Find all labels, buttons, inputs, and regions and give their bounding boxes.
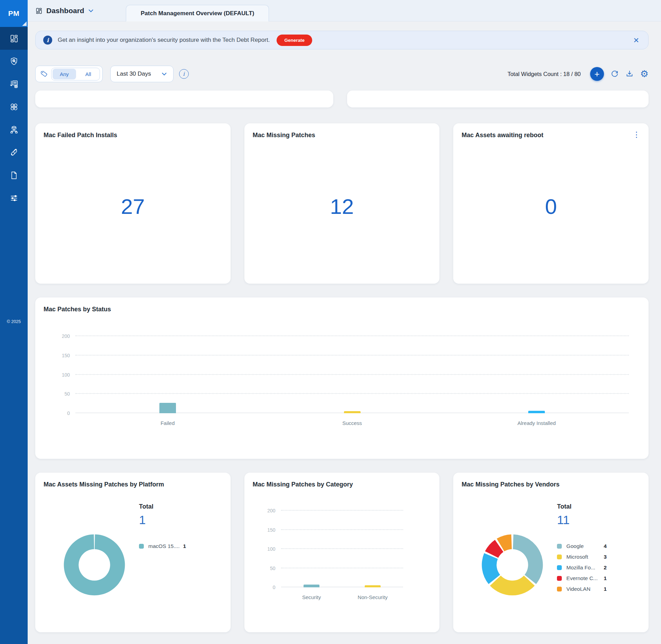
sidebar-item-inventory[interactable] [0, 118, 28, 141]
filter-row: Any All Last 30 Days i Total Widgets Cou… [35, 66, 649, 82]
legend-item[interactable]: VideoLAN 1 [557, 584, 607, 594]
legend-swatch [557, 555, 562, 559]
tab-label: Patch Management Overview (DEFAULT) [141, 10, 254, 17]
download-icon [625, 70, 634, 78]
x-category-label: Already Installed [518, 420, 556, 426]
tag-icon [40, 70, 48, 78]
partial-widgets-row [35, 91, 649, 107]
top-bar: Dashboard Patch Management Overview (DEF… [28, 0, 661, 21]
legend-label: VideoLAN [566, 586, 604, 592]
legend-count: 2 [604, 565, 607, 571]
total-value: 1 [139, 513, 186, 527]
dashboard-icon [9, 34, 19, 43]
widget-mac-patches-by-status: Mac Patches by Status 050100150200Failed… [35, 297, 649, 459]
legend-count: 1 [183, 543, 186, 549]
info-icon[interactable]: i [179, 69, 189, 79]
donut-slice-google[interactable] [513, 534, 543, 584]
partial-widget-card[interactable] [35, 91, 333, 107]
bar-security[interactable] [304, 585, 319, 587]
y-tick-label: 100 [267, 546, 275, 552]
add-widget-button[interactable]: + [590, 67, 604, 81]
match-option-any[interactable]: Any [53, 69, 76, 79]
legend-count: 3 [604, 554, 607, 560]
stat-value: 27 [35, 194, 231, 219]
widget-menu-kebab-icon[interactable]: ⋮ [630, 129, 643, 141]
bar-failed[interactable] [159, 403, 176, 413]
donut-chart-platform[interactable] [62, 532, 127, 598]
legend-label: Google [566, 543, 604, 549]
sidebar-item-reports[interactable] [0, 164, 28, 187]
widget-mac-assets-awaiting-reboot[interactable]: Mac Assets awaiting reboot ⋮ 0 [453, 123, 649, 284]
dashboard-grid-icon [35, 7, 43, 15]
widget-mac-assets-missing-patches-by-platform: Mac Assets Missing Patches by Platform T… [35, 473, 231, 632]
legend-label: Microsoft [566, 554, 604, 560]
info-icon: i [43, 36, 52, 45]
widget-mac-missing-patches[interactable]: Mac Missing Patches 12 [244, 123, 440, 284]
donut-slice-microsoft[interactable] [490, 576, 535, 595]
stat-value: 0 [453, 194, 649, 219]
gridline: 150 [281, 529, 403, 530]
gridline: 200 [281, 510, 403, 511]
widget-mac-missing-patches-by-vendors: Mac Missing Patches by Vendors Total 11 … [453, 473, 649, 632]
sidebar-item-deploy[interactable] [0, 73, 28, 95]
sidebar-item-security-scan[interactable] [0, 50, 28, 73]
download-button[interactable] [625, 70, 634, 78]
stat-cards-row: Mac Failed Patch Installs 27 Mac Missing… [35, 123, 649, 284]
refresh-button[interactable] [611, 70, 619, 78]
y-tick-label: 200 [267, 508, 275, 513]
stat-value: 12 [244, 194, 440, 219]
bar-non-security[interactable] [365, 585, 381, 587]
legend: Google 4 Microsoft 3 Mozilla Fo... 2 [557, 541, 607, 594]
network-inventory-icon [9, 125, 19, 134]
tools-icon [9, 148, 19, 157]
gridline: 200 [75, 335, 629, 336]
app-logo[interactable]: PM [0, 0, 28, 27]
gridline: 150 [75, 355, 629, 356]
sidebar-item-patches[interactable] [0, 95, 28, 118]
generate-button[interactable]: Generate [277, 35, 312, 46]
bar-success[interactable] [344, 411, 361, 413]
close-icon[interactable]: ✕ [633, 37, 639, 44]
x-category-label: Security [302, 594, 321, 600]
widget-mac-failed-patch-installs[interactable]: Mac Failed Patch Installs 27 [35, 123, 231, 284]
sliders-icon [9, 193, 19, 203]
legend-item[interactable]: macOS 15.... 1 [139, 541, 186, 551]
bar-already-installed[interactable] [528, 411, 545, 413]
legend: macOS 15.... 1 [139, 541, 186, 551]
tab-patch-management-overview[interactable]: Patch Management Overview (DEFAULT) [126, 5, 269, 21]
legend-item[interactable]: Mozilla Fo... 2 [557, 562, 607, 573]
sidebar-item-tools[interactable] [0, 141, 28, 164]
settings-button[interactable]: ⚙ [640, 69, 649, 79]
copyright: © 2025 [0, 319, 28, 324]
legend-swatch [557, 587, 562, 591]
document-icon [9, 171, 19, 180]
legend-item[interactable]: Microsoft 3 [557, 551, 607, 562]
donut-slice-macos-15[interactable] [64, 534, 125, 596]
sidebar-item-settings[interactable] [0, 187, 28, 209]
total-label: Total [557, 503, 607, 510]
widget-mac-missing-patches-by-category: Mac Missing Patches by Category 05010015… [244, 473, 440, 632]
legend-item[interactable]: Evernote C... 1 [557, 573, 607, 584]
legend-item[interactable]: Google 4 [557, 541, 607, 551]
content: i Get an insight into your organization'… [28, 31, 661, 632]
match-option-all[interactable]: All [78, 69, 99, 79]
tag-filter: Any All [35, 66, 103, 82]
partial-widget-card[interactable] [347, 91, 649, 107]
legend-label: Evernote C... [566, 575, 604, 581]
date-range-value: Last 30 Days [117, 70, 151, 77]
bar-chart-mac-missing-patches-by-category: 050100150200SecurityNon-Security [281, 511, 403, 587]
date-range-select[interactable]: Last 30 Days [110, 66, 174, 82]
legend-swatch [139, 544, 144, 549]
chevron-down-icon [88, 9, 94, 12]
bottom-widgets-row: Mac Assets Missing Patches by Platform T… [35, 473, 649, 632]
x-category-label: Success [342, 420, 362, 426]
y-tick-label: 0 [273, 585, 276, 590]
widget-title: Mac Patches by Status [44, 306, 111, 313]
sidebar-item-dashboard[interactable] [0, 27, 28, 50]
y-tick-label: 50 [270, 566, 276, 571]
dashboard-menu[interactable]: Dashboard [35, 0, 94, 21]
tech-debt-banner: i Get an insight into your organization'… [35, 31, 649, 49]
widget-title: Mac Assets awaiting reboot [462, 132, 543, 139]
donut-chart-vendors[interactable] [480, 532, 545, 598]
legend-swatch [557, 576, 562, 581]
